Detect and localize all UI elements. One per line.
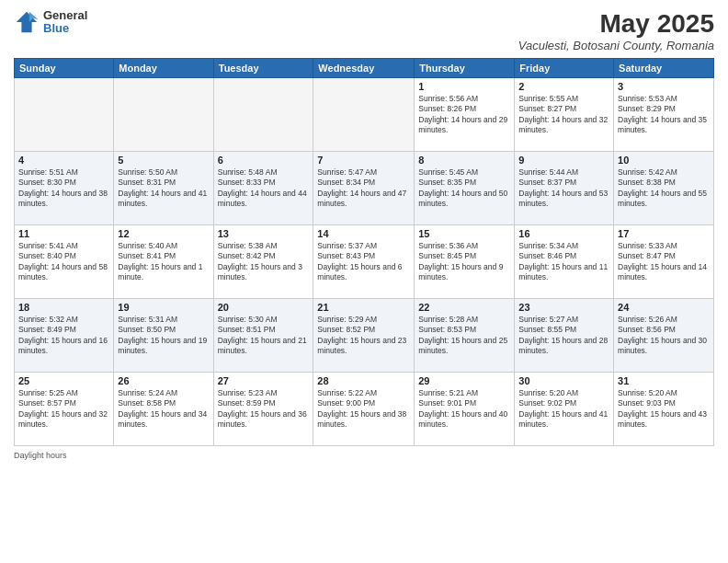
day-info: Sunrise: 5:20 AM Sunset: 9:03 PM Dayligh… xyxy=(618,388,710,431)
day-info: Sunrise: 5:38 AM Sunset: 8:42 PM Dayligh… xyxy=(218,241,310,283)
calendar-cell: 13Sunrise: 5:38 AM Sunset: 8:42 PM Dayli… xyxy=(213,225,313,299)
day-number: 3 xyxy=(618,81,710,92)
calendar-cell: 30Sunrise: 5:20 AM Sunset: 9:02 PM Dayli… xyxy=(515,373,614,446)
logo-text: General Blue xyxy=(43,9,87,36)
day-info: Sunrise: 5:33 AM Sunset: 8:47 PM Dayligh… xyxy=(618,241,710,283)
logo-blue: Blue xyxy=(43,22,87,35)
day-info: Sunrise: 5:26 AM Sunset: 8:56 PM Dayligh… xyxy=(618,315,710,357)
calendar-week-row: 18Sunrise: 5:32 AM Sunset: 8:49 PM Dayli… xyxy=(15,299,714,373)
logo-icon xyxy=(14,9,40,35)
calendar-cell: 27Sunrise: 5:23 AM Sunset: 8:59 PM Dayli… xyxy=(213,373,313,446)
calendar-cell: 29Sunrise: 5:21 AM Sunset: 9:01 PM Dayli… xyxy=(415,373,515,446)
day-number: 19 xyxy=(118,302,209,313)
day-number: 2 xyxy=(518,81,609,92)
day-of-week-header: Wednesday xyxy=(313,59,415,78)
day-number: 29 xyxy=(418,375,510,386)
calendar: SundayMondayTuesdayWednesdayThursdayFrid… xyxy=(14,58,714,446)
day-info: Sunrise: 5:21 AM Sunset: 9:01 PM Dayligh… xyxy=(418,388,510,431)
day-number: 8 xyxy=(418,155,510,166)
day-of-week-header: Monday xyxy=(114,59,213,78)
day-info: Sunrise: 5:30 AM Sunset: 8:51 PM Dayligh… xyxy=(218,315,310,357)
footer-area: Daylight hours xyxy=(14,451,714,460)
day-of-week-header: Thursday xyxy=(415,59,515,78)
day-number: 7 xyxy=(317,155,410,166)
calendar-header-row: SundayMondayTuesdayWednesdayThursdayFrid… xyxy=(15,59,714,78)
day-info: Sunrise: 5:20 AM Sunset: 9:02 PM Dayligh… xyxy=(518,388,609,431)
calendar-cell: 10Sunrise: 5:42 AM Sunset: 8:38 PM Dayli… xyxy=(614,152,714,225)
day-number: 26 xyxy=(118,375,209,386)
day-info: Sunrise: 5:31 AM Sunset: 8:50 PM Dayligh… xyxy=(118,315,209,357)
day-number: 21 xyxy=(317,302,410,313)
day-info: Sunrise: 5:41 AM Sunset: 8:40 PM Dayligh… xyxy=(18,241,109,283)
calendar-cell xyxy=(114,78,213,152)
day-number: 27 xyxy=(218,375,310,386)
day-number: 12 xyxy=(118,228,209,239)
calendar-cell: 9Sunrise: 5:44 AM Sunset: 8:37 PM Daylig… xyxy=(515,152,614,225)
day-number: 20 xyxy=(218,302,310,313)
calendar-cell: 3Sunrise: 5:53 AM Sunset: 8:29 PM Daylig… xyxy=(614,78,714,152)
calendar-cell: 7Sunrise: 5:47 AM Sunset: 8:34 PM Daylig… xyxy=(313,152,415,225)
calendar-cell: 14Sunrise: 5:37 AM Sunset: 8:43 PM Dayli… xyxy=(313,225,415,299)
day-info: Sunrise: 5:22 AM Sunset: 9:00 PM Dayligh… xyxy=(317,388,410,431)
day-info: Sunrise: 5:28 AM Sunset: 8:53 PM Dayligh… xyxy=(418,315,510,357)
day-info: Sunrise: 5:45 AM Sunset: 8:35 PM Dayligh… xyxy=(418,167,510,210)
day-of-week-header: Sunday xyxy=(15,59,114,78)
day-info: Sunrise: 5:23 AM Sunset: 8:59 PM Dayligh… xyxy=(218,388,310,431)
subtitle: Vaculesti, Botosani County, Romania xyxy=(518,39,714,52)
logo-general: General xyxy=(43,9,87,22)
calendar-cell: 11Sunrise: 5:41 AM Sunset: 8:40 PM Dayli… xyxy=(15,225,114,299)
calendar-cell: 20Sunrise: 5:30 AM Sunset: 8:51 PM Dayli… xyxy=(213,299,313,373)
day-info: Sunrise: 5:34 AM Sunset: 8:46 PM Dayligh… xyxy=(518,241,609,283)
calendar-cell: 23Sunrise: 5:27 AM Sunset: 8:55 PM Dayli… xyxy=(515,299,614,373)
calendar-cell xyxy=(313,78,415,152)
calendar-cell: 25Sunrise: 5:25 AM Sunset: 8:57 PM Dayli… xyxy=(15,373,114,446)
day-number: 24 xyxy=(618,302,710,313)
day-number: 9 xyxy=(518,155,609,166)
day-info: Sunrise: 5:25 AM Sunset: 8:57 PM Dayligh… xyxy=(18,388,109,431)
logo: General Blue xyxy=(14,9,87,36)
calendar-cell: 6Sunrise: 5:48 AM Sunset: 8:33 PM Daylig… xyxy=(213,152,313,225)
calendar-week-row: 1Sunrise: 5:56 AM Sunset: 8:26 PM Daylig… xyxy=(15,78,714,152)
day-number: 22 xyxy=(418,302,510,313)
footer-label: Daylight hours xyxy=(14,451,67,460)
day-number: 31 xyxy=(618,375,710,386)
day-info: Sunrise: 5:24 AM Sunset: 8:58 PM Dayligh… xyxy=(118,388,209,431)
day-info: Sunrise: 5:51 AM Sunset: 8:30 PM Dayligh… xyxy=(18,167,109,210)
calendar-cell: 2Sunrise: 5:55 AM Sunset: 8:27 PM Daylig… xyxy=(515,78,614,152)
calendar-cell: 22Sunrise: 5:28 AM Sunset: 8:53 PM Dayli… xyxy=(415,299,515,373)
calendar-cell: 26Sunrise: 5:24 AM Sunset: 8:58 PM Dayli… xyxy=(114,373,213,446)
day-number: 4 xyxy=(18,155,109,166)
day-number: 6 xyxy=(218,155,310,166)
day-info: Sunrise: 5:32 AM Sunset: 8:49 PM Dayligh… xyxy=(18,315,109,357)
page: General Blue May 2025 Vaculesti, Botosan… xyxy=(0,0,728,563)
calendar-cell: 18Sunrise: 5:32 AM Sunset: 8:49 PM Dayli… xyxy=(15,299,114,373)
day-number: 18 xyxy=(18,302,109,313)
calendar-cell: 15Sunrise: 5:36 AM Sunset: 8:45 PM Dayli… xyxy=(415,225,515,299)
day-info: Sunrise: 5:27 AM Sunset: 8:55 PM Dayligh… xyxy=(518,315,609,357)
day-number: 17 xyxy=(618,228,710,239)
day-number: 1 xyxy=(418,81,510,92)
calendar-cell: 17Sunrise: 5:33 AM Sunset: 8:47 PM Dayli… xyxy=(614,225,714,299)
day-number: 23 xyxy=(518,302,609,313)
calendar-cell: 19Sunrise: 5:31 AM Sunset: 8:50 PM Dayli… xyxy=(114,299,213,373)
calendar-cell: 24Sunrise: 5:26 AM Sunset: 8:56 PM Dayli… xyxy=(614,299,714,373)
day-number: 13 xyxy=(218,228,310,239)
calendar-cell: 28Sunrise: 5:22 AM Sunset: 9:00 PM Dayli… xyxy=(313,373,415,446)
calendar-cell: 1Sunrise: 5:56 AM Sunset: 8:26 PM Daylig… xyxy=(415,78,515,152)
day-number: 30 xyxy=(518,375,609,386)
day-info: Sunrise: 5:48 AM Sunset: 8:33 PM Dayligh… xyxy=(218,167,310,210)
day-number: 10 xyxy=(618,155,710,166)
calendar-week-row: 4Sunrise: 5:51 AM Sunset: 8:30 PM Daylig… xyxy=(15,152,714,225)
month-title: May 2025 xyxy=(518,9,714,39)
day-info: Sunrise: 5:55 AM Sunset: 8:27 PM Dayligh… xyxy=(518,94,609,136)
day-number: 5 xyxy=(118,155,209,166)
day-info: Sunrise: 5:37 AM Sunset: 8:43 PM Dayligh… xyxy=(317,241,410,283)
calendar-cell: 8Sunrise: 5:45 AM Sunset: 8:35 PM Daylig… xyxy=(415,152,515,225)
calendar-cell xyxy=(15,78,114,152)
day-info: Sunrise: 5:44 AM Sunset: 8:37 PM Dayligh… xyxy=(518,167,609,210)
day-info: Sunrise: 5:40 AM Sunset: 8:41 PM Dayligh… xyxy=(118,241,209,283)
header: General Blue May 2025 Vaculesti, Botosan… xyxy=(14,9,714,52)
calendar-cell xyxy=(213,78,313,152)
title-area: May 2025 Vaculesti, Botosani County, Rom… xyxy=(518,9,714,52)
day-info: Sunrise: 5:56 AM Sunset: 8:26 PM Dayligh… xyxy=(418,94,510,136)
